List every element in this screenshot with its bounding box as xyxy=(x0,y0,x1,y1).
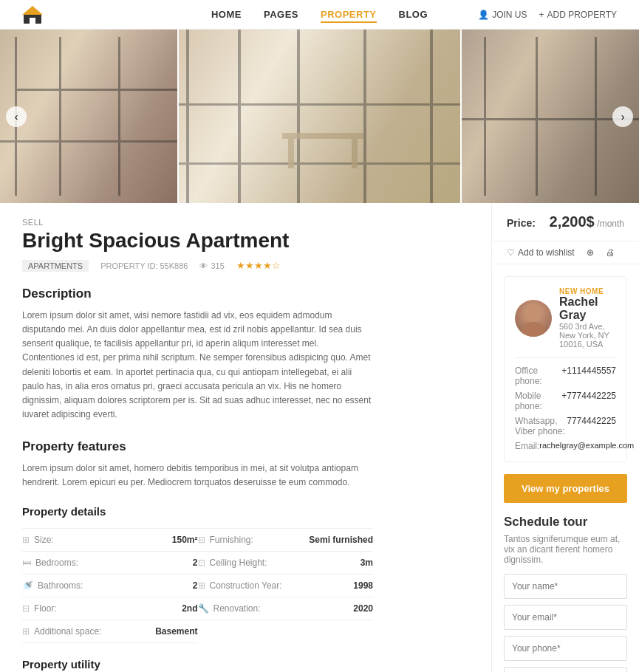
detail-construction: ⊞Construction Year: 1998 xyxy=(198,575,374,597)
svg-point-23 xyxy=(522,322,545,337)
features-title: Property features xyxy=(22,439,373,454)
avatar xyxy=(515,300,552,337)
agent-info: NEW HOME Rachel Gray 560 3rd Ave, New Yo… xyxy=(559,287,616,349)
svg-rect-20 xyxy=(595,37,597,196)
svg-rect-12 xyxy=(430,30,433,203)
svg-rect-19 xyxy=(536,37,538,196)
wishlist-bar: ♡ Add to wishlist ⊕ 🖨 xyxy=(492,241,639,264)
left-column: Sell Bright Spacious Apartment APARTMENT… xyxy=(0,203,395,672)
svg-rect-5 xyxy=(118,37,120,196)
detail-additional-space: ⊞Additional space: Basement xyxy=(22,620,198,643)
tour-message-input[interactable] xyxy=(504,667,627,672)
utility-title: Property utility xyxy=(22,658,373,671)
user-icon: 👤 xyxy=(478,10,489,20)
svg-rect-11 xyxy=(363,30,366,203)
gallery-next-button[interactable]: › xyxy=(612,106,633,127)
nav-links: HOME PAGES PROPERTY BLOG xyxy=(211,9,428,20)
join-us-button[interactable]: 👤 JOIN US xyxy=(478,10,527,20)
detail-ceiling: ⊡Ceiling Height: 3m xyxy=(198,552,374,575)
plus-icon: + xyxy=(539,10,544,20)
svg-marker-1 xyxy=(22,6,43,15)
schedule-title: Schedule tour xyxy=(504,515,627,529)
gallery-image-left xyxy=(0,30,177,203)
contact-mobile: Mobile phone: +7774442225 xyxy=(515,391,616,411)
agent-contacts: Office phone: +1114445557 Mobile phone: … xyxy=(515,357,616,451)
share-icon: ⊕ xyxy=(587,247,594,258)
navbar: HOME PAGES PROPERTY BLOG 👤 JOIN US + ADD… xyxy=(0,0,639,30)
price-box: Price: 2,200$ /month xyxy=(492,203,639,241)
description-text: Lorem ipsum dolor sit amet, wisi nemore … xyxy=(22,309,373,422)
heart-icon: ♡ xyxy=(507,247,515,258)
detail-size: ⊞Size: 150m² xyxy=(22,529,198,552)
gallery: ‹ › xyxy=(0,30,639,203)
detail-renovation: 🔧Renovation: 2020 xyxy=(198,597,374,620)
nav-property[interactable]: PROPERTY xyxy=(321,9,377,23)
property-tag: Sell xyxy=(22,218,373,227)
contact-email: Email: rachelgray@example.com xyxy=(515,441,616,451)
main-content: Sell Bright Spacious Apartment APARTMENT… xyxy=(0,203,639,672)
print-button[interactable]: 🖨 xyxy=(606,247,615,258)
details-grid: ⊞Size: 150m² ⊟Furnishing: Semi furnished… xyxy=(22,528,373,643)
svg-rect-16 xyxy=(288,139,294,168)
wishlist-button[interactable]: ♡ Add to wishlist xyxy=(507,247,575,258)
renovation-icon: 🔧 xyxy=(198,603,209,614)
svg-rect-17 xyxy=(352,139,358,168)
sidebar: Price: 2,200$ /month ♡ Add to wishlist ⊕… xyxy=(491,203,639,672)
bed-icon: 🛏 xyxy=(22,558,31,568)
svg-rect-6 xyxy=(15,89,177,91)
svg-rect-14 xyxy=(179,162,462,165)
space-icon: ⊞ xyxy=(22,626,30,637)
furnishing-icon: ⊟ xyxy=(198,535,205,545)
star-rating: ★★★★☆ xyxy=(236,260,281,271)
svg-rect-2 xyxy=(30,18,35,24)
svg-rect-18 xyxy=(484,37,486,196)
contact-office: Office phone: +1114445557 xyxy=(515,366,616,386)
svg-rect-13 xyxy=(179,103,462,106)
nav-pages[interactable]: PAGES xyxy=(264,9,298,20)
tour-email-input[interactable] xyxy=(504,605,627,630)
svg-rect-15 xyxy=(282,133,363,139)
agent-header: NEW HOME Rachel Gray 560 3rd Ave, New Yo… xyxy=(515,287,616,349)
contact-whatsapp: Whatsapp, Viber phone: 7774442225 xyxy=(515,416,616,436)
print-icon: 🖨 xyxy=(606,247,615,258)
svg-rect-8 xyxy=(186,30,189,203)
agent-card: NEW HOME Rachel Gray 560 3rd Ave, New Yo… xyxy=(504,276,627,462)
detail-furnishing: ⊟Furnishing: Semi furnished xyxy=(198,529,374,552)
features-text: Lorem ipsum dolor sit amet, homero debit… xyxy=(22,462,373,490)
logo[interactable] xyxy=(22,4,43,25)
detail-bedrooms: 🛏Bedrooms: 2 xyxy=(22,552,198,575)
svg-point-22 xyxy=(526,306,541,320)
svg-rect-10 xyxy=(297,30,300,203)
ceiling-icon: ⊡ xyxy=(198,558,205,568)
tour-name-input[interactable] xyxy=(504,574,627,599)
svg-rect-7 xyxy=(0,140,177,143)
meta-id: PROPERTY ID: 55K886 xyxy=(100,261,188,270)
description-title: Description xyxy=(22,287,373,301)
svg-rect-4 xyxy=(59,37,61,196)
meta-views: 👁 315 xyxy=(199,261,224,270)
bath-icon: 🚿 xyxy=(22,580,33,591)
view-properties-button[interactable]: View my properties xyxy=(504,474,627,503)
gallery-image-main xyxy=(177,30,462,203)
details-title: Property details xyxy=(22,505,373,518)
meta-type: APARTMENTS xyxy=(22,260,89,272)
construction-icon: ⊞ xyxy=(198,580,205,591)
eye-icon: 👁 xyxy=(199,261,208,270)
nav-actions: 👤 JOIN US + ADD PROPERTY xyxy=(478,10,617,20)
price-value-group: 2,200$ /month xyxy=(550,213,624,230)
share-button[interactable]: ⊕ xyxy=(587,247,594,258)
schedule-tour-section: Schedule tour Tantos signiferumque eum a… xyxy=(504,515,627,672)
floor-icon: ⊟ xyxy=(22,603,30,614)
detail-bathrooms: 🚿Bathrooms: 2 xyxy=(22,575,198,597)
size-icon: ⊞ xyxy=(22,535,30,545)
gallery-prev-button[interactable]: ‹ xyxy=(6,106,27,127)
schedule-desc: Tantos signiferumque eum at, vix an dica… xyxy=(504,534,627,565)
property-title: Bright Spacious Apartment xyxy=(22,230,373,253)
nav-blog[interactable]: BLOG xyxy=(399,9,428,20)
property-meta: APARTMENTS PROPERTY ID: 55K886 👁 315 ★★★… xyxy=(22,260,373,272)
svg-rect-9 xyxy=(238,30,241,203)
add-property-button[interactable]: + ADD PROPERTY xyxy=(539,10,617,20)
tour-phone-input[interactable] xyxy=(504,636,627,661)
nav-home[interactable]: HOME xyxy=(211,9,242,20)
detail-floor: ⊟Floor: 2nd xyxy=(22,597,198,620)
